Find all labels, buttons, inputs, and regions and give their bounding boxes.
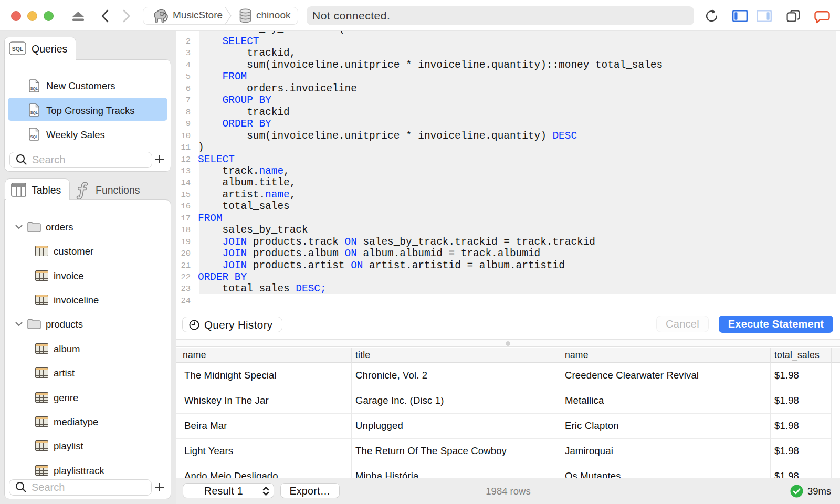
svg-text:SQL: SQL: [30, 111, 38, 115]
svg-text:SQL: SQL: [30, 87, 38, 91]
svg-text:SQL: SQL: [30, 135, 38, 139]
svg-text:SQL: SQL: [12, 46, 24, 52]
